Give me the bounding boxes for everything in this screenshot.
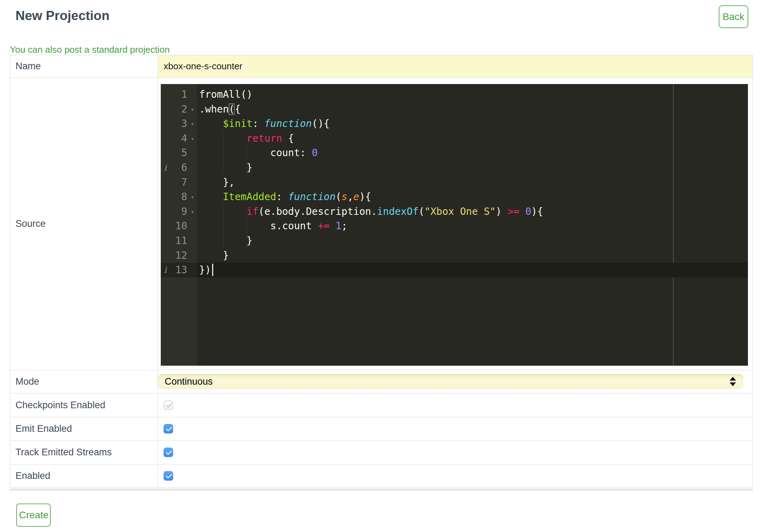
code-line: }: [197, 160, 748, 175]
checkpoints-value-cell: [158, 393, 753, 417]
code-line: },: [197, 175, 748, 190]
code-line: return {: [197, 131, 748, 146]
code-token: function: [264, 118, 312, 129]
code-token: ){: [359, 191, 371, 203]
enabled-label: Enabled: [10, 464, 158, 487]
gutter-line: 5: [161, 146, 197, 160]
gutter-line: i13: [161, 263, 197, 277]
info-annotation-icon: i: [164, 263, 167, 277]
code-line: fromAll(): [197, 87, 748, 102]
track-row: Track Emitted Streams: [10, 441, 753, 464]
code-token: >=: [508, 206, 520, 217]
code-token: count:: [199, 147, 312, 159]
enabled-checkbox[interactable]: [164, 471, 173, 481]
code-line: if(e.body.Description.indexOf("Xbox One …: [197, 204, 748, 219]
code-token: [199, 206, 247, 217]
text-cursor: [212, 264, 213, 276]
mode-select[interactable]: Continuous: [158, 374, 743, 389]
emit-checkbox[interactable]: [164, 424, 173, 434]
code-line: .when({: [197, 102, 748, 117]
code-token: return: [247, 133, 282, 144]
code-line: }: [197, 248, 748, 263]
code-token: {: [282, 133, 294, 144]
create-button[interactable]: Create: [16, 504, 51, 527]
gutter-line: 8▾: [161, 190, 197, 204]
fold-toggle-icon[interactable]: ▾: [191, 102, 194, 117]
code-token: (: [419, 206, 425, 217]
code-token: ): [496, 206, 508, 217]
code-token: $init: [223, 118, 252, 129]
new-projection-page: New Projection Back You can also post a …: [0, 0, 762, 532]
name-input[interactable]: [158, 55, 753, 77]
code-token: indexOf: [377, 206, 419, 217]
code-token: ){: [531, 206, 543, 217]
code-token: [199, 133, 247, 144]
editor-code-area[interactable]: fromAll().when({ $init: function(){ retu…: [197, 84, 748, 366]
select-arrows-icon: [730, 377, 736, 386]
track-checkbox[interactable]: [164, 448, 173, 457]
code-token: 0: [525, 206, 531, 217]
emit-value-cell: [158, 417, 753, 440]
code-token: [199, 191, 223, 203]
fold-toggle-icon[interactable]: ▾: [191, 205, 194, 219]
code-token: [199, 118, 223, 129]
enabled-row: Enabled: [10, 464, 753, 488]
code-token: 0: [312, 147, 318, 159]
source-row: Source 12▾3▾4▾5i678▾9▾101112i13 fromAll(…: [10, 78, 753, 370]
code-line: count: 0: [197, 146, 748, 160]
gutter-line: 10: [161, 219, 197, 233]
gutter-line: 12: [161, 248, 197, 263]
code-token: function: [288, 191, 336, 203]
code-token: [519, 206, 525, 217]
line-number: 1: [181, 89, 187, 100]
code-token: e: [353, 191, 359, 203]
source-code-editor[interactable]: 12▾3▾4▾5i678▾9▾101112i13 fromAll().when(…: [161, 84, 748, 366]
gutter-line: 7: [161, 175, 197, 190]
back-button[interactable]: Back: [719, 5, 748, 28]
mode-row: Mode Continuous: [10, 370, 753, 393]
code-token: .when: [199, 103, 229, 115]
standard-projection-link[interactable]: You can also post a standard projection: [10, 45, 762, 54]
line-number: 4: [181, 133, 187, 144]
fold-toggle-icon[interactable]: ▾: [191, 117, 194, 132]
code-token: }: [199, 235, 253, 246]
line-number: 6: [181, 162, 187, 173]
code-token: :: [253, 118, 265, 129]
line-number: 12: [175, 250, 187, 261]
code-token: (: [336, 191, 342, 203]
code-token: {: [235, 103, 241, 115]
source-value-cell: 12▾3▾4▾5i678▾9▾101112i13 fromAll().when(…: [158, 78, 753, 370]
gutter-line: 1: [161, 87, 197, 102]
gutter-line: 3▾: [161, 116, 197, 131]
code-line: }): [197, 263, 748, 277]
code-token: }): [199, 264, 211, 276]
mode-selected-value: Continuous: [165, 376, 213, 387]
line-number: 7: [181, 177, 187, 188]
code-token: "Xbox One S": [425, 206, 496, 217]
gutter-line: 9▾: [161, 204, 197, 219]
table-bottom-rule: [10, 488, 753, 491]
name-row: Name: [10, 55, 753, 78]
code-token: [330, 220, 336, 232]
code-token: ,: [347, 191, 353, 203]
line-number: 5: [181, 147, 187, 159]
line-number: 10: [175, 220, 187, 232]
code-token: }: [199, 162, 253, 173]
code-token: (){: [312, 118, 330, 129]
info-annotation-icon: i: [164, 160, 167, 175]
code-token: (e.body.Description.: [259, 206, 377, 217]
fold-toggle-icon[interactable]: ▾: [191, 132, 194, 146]
line-number: 9: [181, 206, 187, 217]
line-number: 13: [175, 264, 187, 276]
code-line: ItemAdded: function(s,e){: [197, 190, 748, 204]
code-token: }: [199, 250, 229, 261]
code-line: }: [197, 233, 748, 248]
page-header: New Projection Back: [0, 0, 762, 45]
name-value-cell: [158, 55, 753, 77]
code-token: :: [276, 191, 288, 203]
line-number: 11: [175, 235, 187, 246]
fold-toggle-icon[interactable]: ▾: [191, 190, 194, 205]
source-label: Source: [10, 78, 158, 370]
editor-lines: fromAll().when({ $init: function(){ retu…: [197, 87, 748, 277]
code-token: s.count: [199, 220, 318, 232]
